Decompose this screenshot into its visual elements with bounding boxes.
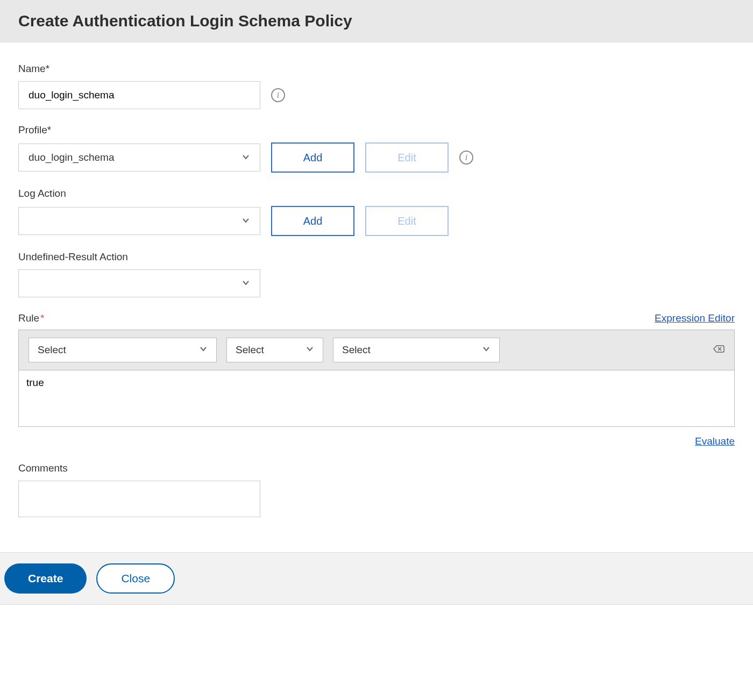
rule-selector-3[interactable]: Select: [333, 338, 500, 362]
chevron-down-icon: [482, 344, 491, 356]
log-action-field-block: Log Action Add Edit: [18, 188, 735, 236]
undefined-result-label: Undefined-Result Action: [18, 251, 735, 263]
name-field-block: Name* i: [18, 63, 735, 109]
log-action-add-button[interactable]: Add: [271, 206, 354, 236]
profile-label: Profile*: [18, 124, 735, 136]
rule-selector-2[interactable]: Select: [226, 338, 323, 362]
rule-selector-1[interactable]: Select: [29, 338, 217, 362]
name-label: Name*: [18, 63, 735, 75]
profile-dropdown-value: duo_login_schema: [29, 152, 115, 163]
info-icon[interactable]: i: [459, 151, 473, 165]
info-icon[interactable]: i: [271, 88, 285, 102]
clear-expression-icon[interactable]: [713, 344, 724, 356]
undefined-result-field-block: Undefined-Result Action: [18, 251, 735, 297]
close-button[interactable]: Close: [96, 563, 175, 594]
rule-label: Rule*: [18, 312, 44, 324]
log-action-dropdown[interactable]: [18, 207, 260, 235]
rule-selectors-bar: Select Select Select: [19, 330, 734, 370]
profile-add-button[interactable]: Add: [271, 142, 354, 173]
create-button[interactable]: Create: [4, 563, 87, 594]
rule-box: Select Select Select: [18, 330, 735, 427]
chevron-down-icon: [199, 344, 208, 356]
rule-expression-textarea[interactable]: [19, 370, 734, 424]
evaluate-link[interactable]: Evaluate: [695, 435, 735, 447]
undefined-result-dropdown[interactable]: [18, 269, 260, 297]
profile-edit-button[interactable]: Edit: [365, 142, 449, 173]
profile-field-block: Profile* duo_login_schema Add Edit i: [18, 124, 735, 173]
comments-label: Comments: [18, 462, 735, 474]
footer-bar: Create Close: [0, 552, 753, 605]
header-bar: Create Authentication Login Schema Polic…: [0, 0, 753, 42]
chevron-down-icon: [306, 344, 314, 356]
profile-dropdown[interactable]: duo_login_schema: [18, 144, 260, 172]
log-action-edit-button[interactable]: Edit: [365, 206, 449, 236]
page-title: Create Authentication Login Schema Polic…: [18, 12, 735, 30]
log-action-label: Log Action: [18, 188, 735, 199]
comments-field-block: Comments: [18, 462, 735, 520]
chevron-down-icon: [241, 153, 250, 163]
comments-textarea[interactable]: [18, 481, 260, 517]
chevron-down-icon: [241, 278, 250, 289]
chevron-down-icon: [241, 216, 250, 226]
name-input[interactable]: [18, 81, 260, 109]
expression-editor-link[interactable]: Expression Editor: [655, 312, 735, 324]
